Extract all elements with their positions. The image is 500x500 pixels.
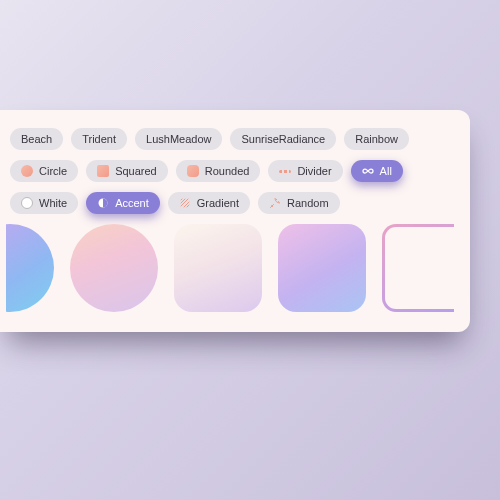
shape-row: Circle Squared Rounded Divider All: [6, 160, 454, 182]
white-swatch-icon: [21, 197, 33, 209]
chip-label: LushMeadow: [146, 133, 211, 145]
svg-line-1: [181, 199, 182, 200]
divider-icon: [279, 165, 291, 177]
chip-label: SunriseRadiance: [241, 133, 325, 145]
palette-chip-beach[interactable]: Beach: [10, 128, 63, 150]
infinity-icon: [362, 165, 374, 177]
random-icon: [269, 197, 281, 209]
palette-row: Beach Trident LushMeadow SunriseRadiance…: [6, 128, 454, 150]
fill-chip-random[interactable]: Random: [258, 192, 340, 214]
preview-rounded-purple[interactable]: [278, 224, 366, 312]
chip-label: Rounded: [205, 165, 250, 177]
preview-shapes: [6, 224, 454, 312]
chip-label: White: [39, 197, 67, 209]
palette-chip-rainbow[interactable]: Rainbow: [344, 128, 409, 150]
preview-rounded-light[interactable]: [174, 224, 262, 312]
palette-chip-trident[interactable]: Trident: [71, 128, 127, 150]
chip-label: Random: [287, 197, 329, 209]
squared-icon: [97, 165, 109, 177]
fill-chip-accent[interactable]: Accent: [86, 192, 160, 214]
gradient-icon: [179, 197, 191, 209]
palette-chip-lushmeadow[interactable]: LushMeadow: [135, 128, 222, 150]
chip-label: All: [380, 165, 392, 177]
shape-chip-circle[interactable]: Circle: [10, 160, 78, 182]
preview-circle-gradient-2[interactable]: [70, 224, 158, 312]
shape-chip-divider[interactable]: Divider: [268, 160, 342, 182]
shape-palette-panel: Beach Trident LushMeadow SunriseRadiance…: [0, 110, 470, 332]
chip-label: Gradient: [197, 197, 239, 209]
fill-chip-gradient[interactable]: Gradient: [168, 192, 250, 214]
preview-circle-gradient-1[interactable]: [6, 224, 54, 312]
preview-square-outline[interactable]: [382, 224, 454, 312]
chip-label: Rainbow: [355, 133, 398, 145]
chip-label: Beach: [21, 133, 52, 145]
chip-label: Circle: [39, 165, 67, 177]
svg-line-5: [187, 205, 189, 207]
contrast-icon: [97, 197, 109, 209]
shape-chip-squared[interactable]: Squared: [86, 160, 168, 182]
chip-label: Squared: [115, 165, 157, 177]
circle-icon: [21, 165, 33, 177]
fill-row: White Accent Gradient Random: [6, 192, 454, 214]
svg-point-6: [271, 206, 272, 207]
chip-label: Accent: [115, 197, 149, 209]
fill-chip-white[interactable]: White: [10, 192, 78, 214]
chip-label: Divider: [297, 165, 331, 177]
chip-label: Trident: [82, 133, 116, 145]
rounded-icon: [187, 165, 199, 177]
shape-chip-rounded[interactable]: Rounded: [176, 160, 261, 182]
palette-chip-sunriseradiance[interactable]: SunriseRadiance: [230, 128, 336, 150]
shape-chip-all[interactable]: All: [351, 160, 403, 182]
